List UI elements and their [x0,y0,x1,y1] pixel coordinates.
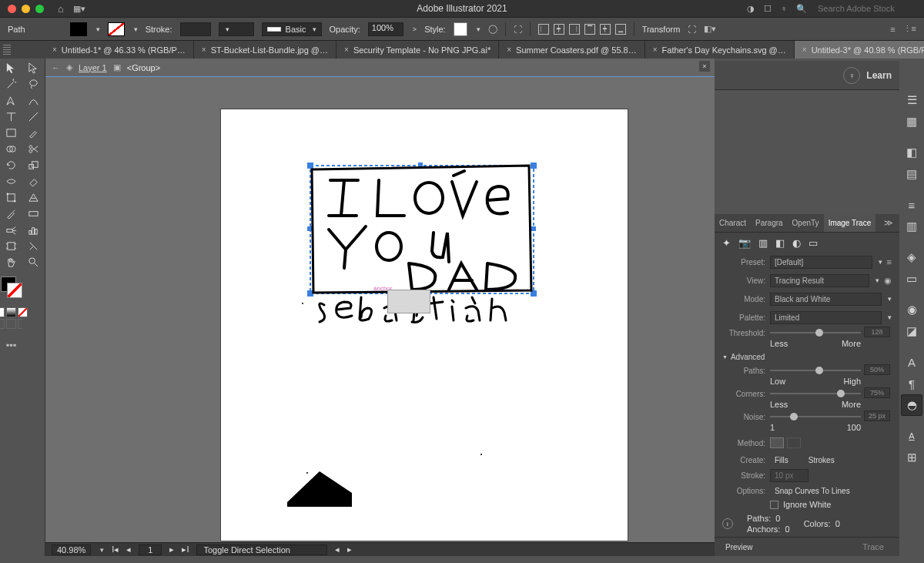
artboard-number[interactable]: 1 [139,545,162,555]
chevron-down-icon[interactable]: ▾ [134,25,138,33]
chevron-down-icon[interactable]: ▾ [477,25,480,33]
menu-icon[interactable]: ⋮≡ [903,24,916,34]
method-overlap[interactable] [787,437,801,448]
paths-slider[interactable]: 50% [770,366,861,375]
rectangle-tool[interactable] [2,125,21,141]
align-hcenter-icon[interactable]: ┿ [554,24,564,35]
fill-stroke-indicator[interactable] [0,276,24,304]
paintbrush-tool[interactable] [24,125,43,141]
character-panel-icon[interactable]: A [901,351,922,373]
layers-panel-icon[interactable]: ◈ [901,246,922,268]
type-tool[interactable] [2,109,21,125]
stroke-weight-input[interactable] [180,22,211,36]
close-icon[interactable]: × [344,45,349,54]
preset-select[interactable]: [Default] [770,256,872,269]
selection-tool[interactable] [2,60,21,76]
symbol-sprayer-tool[interactable] [2,222,21,238]
pen-tool[interactable] [2,92,21,109]
chevron-down-icon[interactable]: ▾ [96,25,100,33]
preset-bw-icon[interactable]: ◐ [792,237,801,249]
gradient-panel-icon[interactable]: ▥ [901,216,922,237]
opacity-input[interactable]: 100% [368,22,403,36]
transform-label[interactable]: Transform [642,25,681,34]
close-icon[interactable]: × [202,45,206,54]
imagetrace-panel-icon[interactable]: ◓ [901,394,922,416]
doc-tab-5[interactable]: ×Untitled-3* @ 40.98 % (RGB/Preview) [795,41,924,59]
shape-panel-icon[interactable]: ◧▾ [704,24,716,34]
color-panel-icon[interactable]: ◧ [901,142,922,163]
palette-select[interactable]: Limited [770,311,882,324]
status-mode[interactable]: Toggle Direct Selection [196,545,327,555]
graphic-style-swatch[interactable] [454,22,467,36]
corners-value[interactable]: 75% [864,387,890,398]
column-graph-tool[interactable] [24,222,43,238]
chevron-down-icon[interactable]: > [413,25,417,33]
ignore-white-checkbox[interactable] [770,501,778,509]
layers-icon[interactable]: ◈ [66,62,72,72]
free-transform-tool[interactable] [2,189,21,206]
advanced-toggle[interactable]: Advanced [715,350,899,364]
artboards-panel-icon[interactable]: ▭ [901,268,922,290]
eye-icon[interactable]: ◉ [884,276,892,286]
noise-value[interactable]: 25 px [864,411,890,421]
doc-tab-4[interactable]: ×Father's Day Keychains.svg @… [645,41,795,59]
scissors-tool[interactable] [24,141,43,157]
artboard-nav-last[interactable]: ▸I [182,545,189,555]
align-right-icon[interactable]: ⎹ [569,24,580,35]
doc-tab-2[interactable]: ×Security Template - No PNG JPG.ai* [336,41,499,59]
perspective-tool[interactable] [24,189,43,206]
artboard-nav-first[interactable]: I◂ [112,545,119,555]
threshold-slider[interactable]: 128 [770,328,861,337]
scale-tool[interactable] [24,157,43,173]
appearance-panel-icon[interactable]: ◉ [901,299,922,320]
zoom-level[interactable]: 40.98% [52,545,91,555]
var-width-profile[interactable]: ▾ [219,22,254,36]
stroke-value[interactable]: 10 px [770,469,808,482]
align-bottom-icon[interactable]: ▁ [615,24,626,35]
artboard-nav-next[interactable]: ▸ [169,545,174,555]
hand-tool[interactable] [2,254,21,270]
eyedropper-tool[interactable] [2,206,21,222]
eraser-tool[interactable] [24,173,43,189]
status-nav-prev[interactable]: ◂ [335,545,340,555]
align-top-icon[interactable]: ▔ [584,24,595,35]
corners-slider[interactable]: 75% [770,389,861,398]
gradient-tool[interactable] [24,206,43,222]
close-breadcrumb-button[interactable]: × [699,61,710,72]
preset-gray-icon[interactable]: ◧ [775,237,785,249]
learn-label[interactable]: Learn [866,70,892,81]
line-tool[interactable] [24,109,43,125]
paths-value[interactable]: 50% [864,364,890,375]
brush-definition[interactable]: Basic▾ [262,22,322,36]
panel-overflow[interactable]: ≫ [878,218,899,228]
shape-builder-tool[interactable] [2,141,21,157]
zoom-tool[interactable] [24,254,43,270]
transform-panel-icon[interactable]: ⛶ [688,25,696,34]
panel-tab-paragraph[interactable]: Paragra [751,214,788,232]
close-icon[interactable]: × [507,45,511,54]
transparency-panel-icon[interactable]: ◪ [901,320,922,342]
stroke-panel-icon[interactable]: ≡ [901,194,922,216]
glyphs-panel-icon[interactable]: A [901,425,922,447]
align-vcenter-icon[interactable]: ┿ [600,24,611,35]
width-tool[interactable] [2,173,21,189]
tab-handle[interactable] [3,45,11,55]
slice-tool[interactable] [24,238,43,254]
curvature-tool[interactable] [24,92,43,109]
artboard-tool[interactable] [2,238,21,254]
threshold-value[interactable]: 128 [864,327,890,337]
status-nav-next[interactable]: ▸ [347,545,352,555]
none-mode[interactable] [18,307,28,317]
swatches-panel-icon[interactable]: ▤ [901,163,922,185]
target-icon[interactable]: ▣ [113,62,121,72]
close-icon[interactable]: × [653,45,658,54]
magic-wand-tool[interactable] [2,76,21,92]
close-icon[interactable]: × [802,45,807,54]
recolor-icon[interactable]: ◯ [488,24,497,34]
preset-outline-icon[interactable]: ▭ [808,237,818,249]
preset-auto-icon[interactable]: ✦ [722,237,731,249]
align-panel-icon[interactable]: ⊞ [901,447,922,468]
panel-tab-imagetrace[interactable]: Image Trace [824,214,876,232]
artboard-nav-prev[interactable]: ◂ [126,545,131,555]
doc-tab-3[interactable]: ×Summer Coasters.pdf @ 55.8… [499,41,645,59]
